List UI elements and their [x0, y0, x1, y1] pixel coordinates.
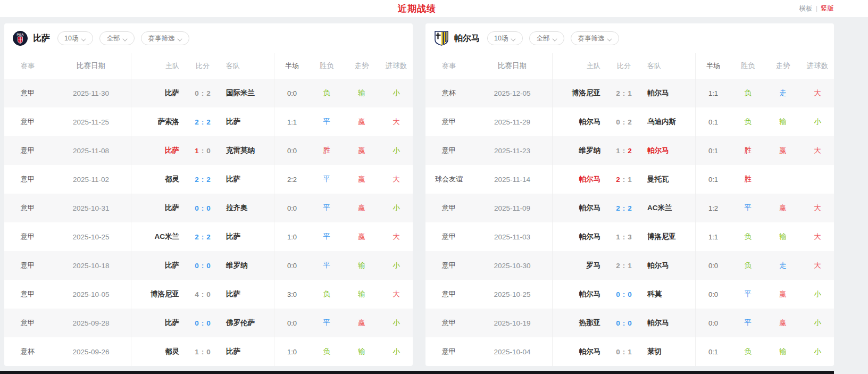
competition-cell: 球会友谊 [425, 174, 472, 184]
match-row[interactable]: 意甲 2025-11-29 帕尔马 0:2 乌迪内斯 0:1 负 输 小 [425, 107, 834, 136]
match-row[interactable]: 意甲 2025-11-03 帕尔马 1:3 博洛尼亚 1:1 负 输 大 [425, 222, 834, 251]
filter-dropdown[interactable]: 赛事筛选 [571, 31, 619, 45]
match-row[interactable]: 意甲 2025-11-23 维罗纳 1:2 帕尔马 0:1 胜 赢 大 [425, 136, 834, 165]
competition-cell: 意甲 [4, 146, 51, 155]
table-header: 赛事 比赛日期 主队 比分 客队 半场 胜负 走势 进球数 [425, 53, 834, 79]
match-row[interactable]: 意甲 2025-11-09 帕尔马 2:2 AC米兰 1:2 平 赢 大 [425, 194, 834, 222]
team-panel-parma: 帕尔马 10场 全部 赛事筛选 赛事 比赛日期 主队 比分 客队 半场 胜负 走… [425, 23, 834, 366]
filter-dropdown[interactable]: 赛事筛选 [141, 31, 189, 45]
match-row[interactable]: 意甲 2025-10-25 帕尔马 0:0 科莫 0:0 平 赢 小 [425, 280, 834, 309]
home-team: 帕尔马 [553, 203, 607, 213]
halftime-score-cell: 0:1 [696, 118, 731, 126]
halftime-score-cell: 1:0 [274, 233, 310, 241]
score-home: 0 [195, 262, 199, 270]
match-row[interactable]: 意杯 2025-09-26 都灵 1:0 比萨 1:0 负 输 小 [4, 337, 413, 366]
goals-over-under-cell: 大 [380, 232, 413, 242]
match-date-cell: 2025-11-30 [51, 89, 131, 97]
filter-dropdown[interactable]: 10场 [57, 31, 93, 45]
filter-dropdown[interactable]: 10场 [487, 31, 523, 45]
competition-cell: 意甲 [425, 117, 472, 127]
score-colon: : [202, 118, 204, 126]
goals-over-under-cell: 大 [801, 261, 834, 270]
match-date-cell: 2025-10-19 [472, 319, 552, 327]
score-colon: : [623, 233, 625, 241]
goals-over-under-cell: 小 [380, 146, 413, 155]
home-team: 萨索洛 [131, 117, 186, 127]
goals-over-under-cell: 大 [801, 88, 834, 98]
match-row[interactable]: 意杯 2025-12-05 博洛尼亚 2:1 帕尔马 1:1 负 走 大 [425, 79, 834, 107]
match-row[interactable]: 意甲 2025-10-30 罗马 2:1 帕尔马 0:0 负 走 大 [425, 251, 834, 280]
top-bar: 近期战绩 横板 | 竖版 [0, 0, 868, 17]
match-date-cell: 2025-11-29 [472, 118, 552, 126]
col-header-home: 主队 [553, 61, 607, 71]
chevron-down-icon [178, 36, 182, 41]
col-header-competition: 赛事 [4, 61, 51, 71]
score: 1:3 [607, 233, 641, 241]
score-colon: : [202, 89, 204, 97]
match-row[interactable]: 意甲 2025-10-18 比萨 0:0 维罗纳 0:0 平 输 小 [4, 251, 413, 280]
match-row[interactable]: 意甲 2025-11-02 都灵 2:2 比萨 2:2 平 赢 大 [4, 165, 413, 194]
score-away: 3 [628, 233, 632, 241]
match-date-cell: 2025-10-31 [51, 204, 131, 212]
match-row[interactable]: 球会友谊 2025-11-14 帕尔马 2:1 曼托瓦 0:1 胜 [425, 165, 834, 194]
match-row[interactable]: 意甲 2025-10-19 热那亚 0:0 帕尔马 0:0 平 赢 小 [425, 309, 834, 337]
score: 0:0 [186, 319, 220, 327]
halftime-score-cell: 0:0 [274, 204, 310, 212]
score-home: 1 [616, 147, 620, 155]
halftime-score-cell: 0:1 [696, 348, 731, 356]
competition-cell: 意杯 [425, 88, 472, 98]
match-row[interactable]: 意甲 2025-11-25 萨索洛 2:2 比萨 1:1 平 赢 大 [4, 107, 413, 136]
match-row[interactable]: 意甲 2025-10-25 AC米兰 2:2 比萨 1:0 平 赢 大 [4, 222, 413, 251]
competition-cell: 意甲 [425, 146, 472, 155]
match-row[interactable]: 意甲 2025-10-05 博洛尼亚 4:0 比萨 3:0 负 输 大 [4, 280, 413, 309]
parma-team-logo-icon [434, 31, 449, 46]
match-row[interactable]: 意甲 2025-11-30 比萨 0:2 国际米兰 0:0 负 输 小 [4, 79, 413, 107]
match-date-cell: 2025-10-04 [472, 348, 552, 356]
score-away: 0 [206, 262, 211, 270]
win-loss-cell: 平 [310, 318, 344, 328]
match-row[interactable]: 意甲 2025-11-08 比萨 1:0 克雷莫纳 0:0 胜 赢 小 [4, 136, 413, 165]
trend-cell: 走 [765, 88, 801, 98]
match-row[interactable]: 意甲 2025-09-28 比萨 0:0 佛罗伦萨 0:0 平 赢 小 [4, 309, 413, 337]
filter-dropdown-label: 赛事筛选 [148, 34, 174, 43]
trend-cell: 赢 [344, 146, 380, 155]
away-team: 莱切 [641, 347, 695, 356]
layout-vertical-link[interactable]: 竖版 [821, 4, 834, 13]
team-panel-pisa: PISA 比萨 10场 全部 赛事筛选 赛事 比赛日期 主队 比分 客队 半场 … [4, 23, 413, 366]
score-home: 0 [195, 204, 199, 212]
score: 0:1 [607, 348, 641, 356]
layout-horizontal-link[interactable]: 横板 [799, 4, 813, 13]
bottom-scroll-bar[interactable] [0, 371, 834, 374]
match-row[interactable]: 意甲 2025-10-31 比萨 0:0 拉齐奥 0:0 平 赢 小 [4, 194, 413, 222]
score-away: 0 [206, 290, 211, 298]
win-loss-cell: 负 [731, 88, 765, 98]
goals-over-under-cell: 大 [801, 146, 834, 155]
match-date-cell: 2025-11-08 [51, 147, 131, 155]
score: 0:0 [186, 204, 220, 212]
score-colon: : [623, 204, 625, 212]
away-team: 比萨 [220, 174, 274, 184]
col-header-date: 比赛日期 [51, 61, 131, 71]
score-away: 2 [206, 89, 211, 97]
halftime-score-cell: 2:2 [274, 176, 310, 184]
match-date-cell: 2025-09-28 [51, 319, 131, 327]
col-header-score: 比分 [607, 61, 641, 71]
away-team: 比萨 [220, 289, 274, 299]
goals-over-under-cell: 小 [801, 289, 834, 299]
table-body: 意甲 2025-11-30 比萨 0:2 国际米兰 0:0 负 输 小 意甲 2… [4, 79, 413, 366]
win-loss-cell: 负 [731, 261, 765, 270]
filter-dropdown[interactable]: 全部 [99, 31, 135, 45]
score-colon: : [202, 319, 204, 327]
score-home: 4 [195, 290, 199, 298]
svg-text:PISA: PISA [17, 33, 24, 36]
away-team: 帕尔马 [641, 318, 695, 328]
match-row[interactable]: 意甲 2025-10-04 帕尔马 0:1 莱切 0:1 负 输 小 [425, 337, 834, 366]
score-colon: : [202, 348, 204, 356]
score-home: 1 [195, 147, 199, 155]
home-team: 都灵 [131, 174, 186, 184]
halftime-score-cell: 1:1 [696, 233, 731, 241]
match-date-cell: 2025-12-05 [472, 89, 552, 97]
filter-dropdown[interactable]: 全部 [529, 31, 564, 45]
match-date-cell: 2025-10-05 [51, 290, 131, 298]
trend-cell: 赢 [344, 318, 380, 328]
